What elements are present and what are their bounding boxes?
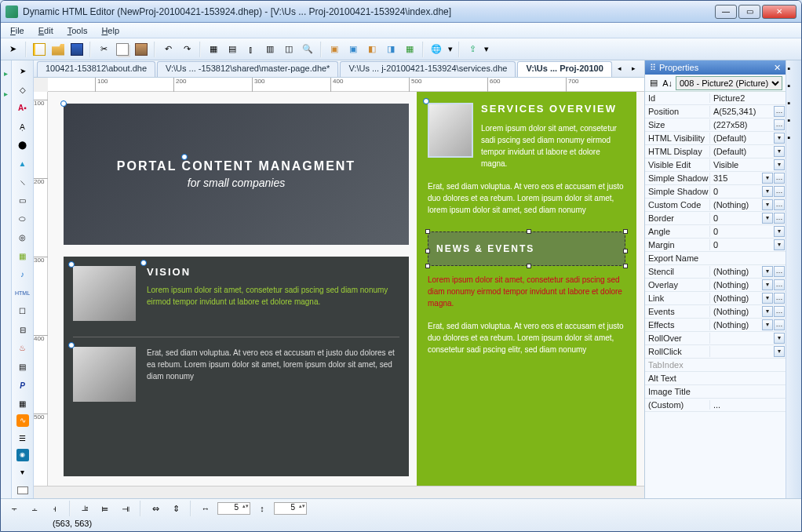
- menu-edit[interactable]: Edit: [32, 24, 60, 37]
- select-button[interactable]: ◫: [280, 41, 297, 58]
- property-value[interactable]: (Default)▾: [709, 133, 786, 144]
- tab-index[interactable]: V:\Us ... Proj-20100: [517, 61, 611, 77]
- text-tool[interactable]: A▪: [15, 100, 31, 116]
- property-row[interactable]: Simple Shadow0▾…: [645, 185, 786, 199]
- misc-tool[interactable]: ▾: [15, 465, 31, 480]
- property-value[interactable]: ...: [709, 400, 786, 410]
- property-row[interactable]: Size(227x58)…: [645, 118, 786, 132]
- ellipsis-button[interactable]: …: [774, 119, 785, 130]
- dist-v-button[interactable]: ⇕: [167, 500, 184, 517]
- rss-tool[interactable]: ∿: [16, 414, 29, 427]
- undo-button[interactable]: ↶: [159, 41, 177, 58]
- line-tool[interactable]: ⟍: [15, 174, 31, 190]
- property-value[interactable]: 315▾…: [709, 173, 786, 184]
- dropdown-icon[interactable]: ▾: [774, 146, 785, 157]
- ellipsis-button[interactable]: …: [774, 173, 785, 184]
- dropdown-icon[interactable]: ▾: [774, 239, 785, 250]
- tab-services[interactable]: V:\Us ... j-20100421-153924\services.dhe: [340, 61, 516, 77]
- dock-tool-5[interactable]: ▪: [788, 133, 800, 145]
- vision-block[interactable]: VISION Lorem ipsum dolor sit amet, conse…: [64, 257, 409, 476]
- form-tool[interactable]: ☐: [15, 304, 31, 319]
- ellipsis-button[interactable]: …: [774, 266, 785, 277]
- property-value[interactable]: (Nothing)▾…: [709, 199, 786, 210]
- menu-tool[interactable]: ☰: [15, 430, 31, 446]
- px-tool[interactable]: ◉: [16, 449, 29, 461]
- menu-file[interactable]: File: [4, 24, 31, 37]
- property-row[interactable]: TabIndex: [645, 359, 786, 372]
- property-value[interactable]: A(525,341)…: [709, 106, 786, 117]
- property-value[interactable]: ▾: [709, 333, 786, 344]
- globe-button[interactable]: 🌐: [428, 41, 445, 58]
- ellipsis-button[interactable]: …: [774, 306, 785, 317]
- paypal-tool[interactable]: P: [15, 377, 31, 393]
- guides-button[interactable]: ⫿: [242, 41, 260, 58]
- tab-master[interactable]: V:\Us ... -153812\shared\master-page.dhe…: [157, 61, 338, 77]
- resize-handle[interactable]: [425, 249, 430, 253]
- pointer-button[interactable]: ➤: [4, 41, 21, 58]
- group-button[interactable]: ▦: [401, 41, 418, 58]
- property-row[interactable]: PositionA(525,341)…: [645, 105, 786, 118]
- dropdown-icon[interactable]: ▾: [762, 293, 773, 304]
- property-row[interactable]: Events(Nothing)▾…: [645, 305, 786, 319]
- dock-tool-1[interactable]: ▪: [788, 64, 800, 76]
- hotspot-tool[interactable]: ◎: [15, 230, 31, 246]
- property-row[interactable]: Visible EditVisible▾: [645, 159, 786, 172]
- property-value[interactable]: 0▾…: [709, 186, 786, 197]
- property-row[interactable]: RollOver▾: [645, 332, 786, 345]
- dropdown-icon[interactable]: ▾: [762, 266, 773, 277]
- prop-sort-button[interactable]: A↓: [662, 76, 673, 90]
- handle-icon[interactable]: [68, 261, 75, 268]
- dock-tool-4[interactable]: ▪: [788, 115, 800, 128]
- snap-button[interactable]: ▤: [224, 41, 241, 58]
- dock-tool-2[interactable]: ▪: [788, 81, 800, 93]
- services-block[interactable]: SERVICES OVERVIEW Lorem ipsum dolor sit …: [417, 92, 636, 486]
- selected-picture[interactable]: NEWS & EVENTS: [428, 231, 625, 266]
- rect-tool[interactable]: ▭: [15, 193, 31, 209]
- tab-prev-icon[interactable]: ◂: [614, 64, 626, 77]
- dropdown-icon[interactable]: ▾: [762, 199, 773, 210]
- property-row[interactable]: Margin0▾: [645, 239, 786, 252]
- menu-help[interactable]: Help: [95, 24, 126, 37]
- cut-button[interactable]: ✂: [95, 41, 112, 58]
- handle-icon[interactable]: [60, 100, 67, 107]
- align-middle-button[interactable]: ⫢: [97, 500, 114, 517]
- horizontal-scrollbar[interactable]: [34, 486, 644, 498]
- audio-tool[interactable]: ♪: [15, 267, 31, 282]
- property-row[interactable]: HTML Display(Default)▾: [645, 145, 786, 159]
- globe-dd-icon[interactable]: ▾: [447, 41, 454, 58]
- property-value[interactable]: Visible▾: [709, 159, 786, 170]
- panel-close-icon[interactable]: ✕: [774, 63, 781, 73]
- property-value[interactable]: ▾: [709, 346, 786, 357]
- prop-cat-button[interactable]: ▤: [648, 76, 659, 90]
- redo-button[interactable]: ↷: [178, 41, 195, 58]
- table-tool[interactable]: ▦: [15, 396, 31, 412]
- align-right-button[interactable]: ⫞: [46, 500, 64, 517]
- property-row[interactable]: Border0▾…: [645, 212, 786, 225]
- handle-icon[interactable]: [140, 260, 147, 266]
- property-row[interactable]: Export Name: [645, 252, 786, 265]
- property-value[interactable]: 0▾…: [709, 213, 786, 224]
- align-top-button[interactable]: ⫡: [76, 500, 93, 517]
- property-row[interactable]: Alt Text: [645, 372, 786, 385]
- dropdown-icon[interactable]: ▾: [774, 226, 785, 237]
- save-button[interactable]: [68, 41, 86, 58]
- property-value[interactable]: (Nothing)▾…: [709, 279, 786, 290]
- dock-tool-3[interactable]: ▪: [788, 98, 800, 111]
- vision-image[interactable]: [73, 266, 136, 321]
- bring-front-button[interactable]: ▣: [326, 41, 343, 58]
- property-row[interactable]: RollClick▾: [645, 345, 786, 359]
- backward-button[interactable]: ◨: [382, 41, 399, 58]
- resize-handle[interactable]: [425, 229, 430, 234]
- publish-button[interactable]: ⇪: [464, 41, 481, 58]
- dropdown-icon[interactable]: ▾: [774, 346, 785, 357]
- property-value[interactable]: Picture2: [709, 93, 786, 103]
- vision-image-2[interactable]: [73, 347, 136, 402]
- dropdown-icon[interactable]: ▾: [762, 279, 773, 290]
- property-value[interactable]: 0▾: [709, 239, 786, 250]
- minimize-button[interactable]: —: [715, 5, 737, 19]
- property-value[interactable]: (Nothing)▾…: [709, 293, 786, 304]
- shape-tool[interactable]: ◇: [15, 82, 31, 98]
- ellipsis-button[interactable]: …: [774, 319, 785, 330]
- send-back-button[interactable]: ▣: [344, 41, 362, 58]
- property-row[interactable]: Simple Shadow315▾…: [645, 172, 786, 185]
